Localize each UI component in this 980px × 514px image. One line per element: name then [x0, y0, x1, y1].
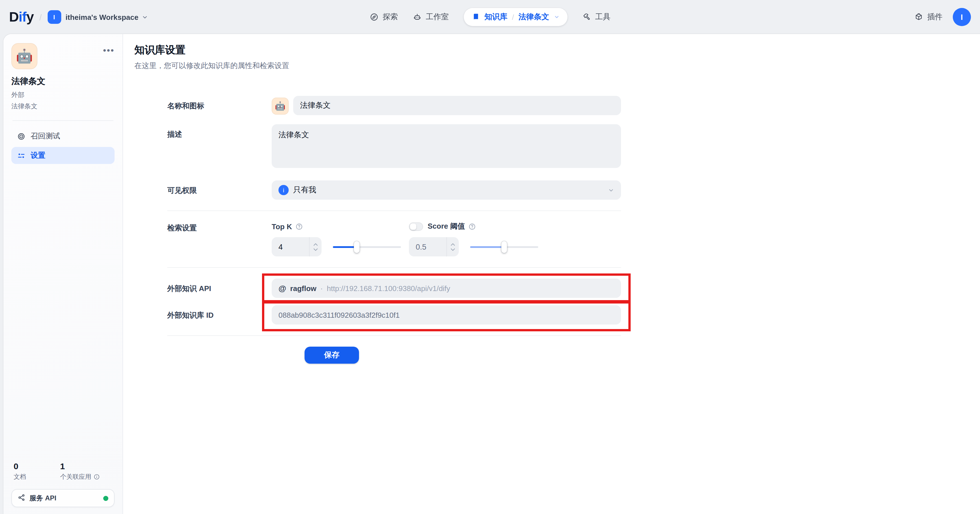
nav-studio[interactable]: 工作室: [413, 12, 449, 22]
row-external-id: 外部知识库 ID 088ab908c3c311f092603a3f2f9c10f…: [167, 305, 621, 325]
row-retrieval-settings: 检索设置 Top K 4: [167, 222, 621, 256]
service-api-label: 服务 API: [30, 493, 56, 503]
hammer-icon: [582, 13, 591, 22]
sidebar-item-retrieval-test[interactable]: 召回测试: [11, 128, 115, 145]
more-menu-button[interactable]: •••: [103, 48, 115, 53]
cube-icon: [914, 13, 923, 22]
chevron-down-icon[interactable]: [142, 14, 148, 20]
field-label: 外部知识 API: [167, 278, 272, 298]
topbar-separator: /: [40, 12, 42, 22]
toggle-knob: [410, 223, 416, 229]
nav-label: 探索: [383, 12, 398, 22]
form-divider: [167, 335, 621, 336]
row-name-and-icon: 名称和图标 🤖 法律条文: [167, 96, 621, 115]
score-threshold-slider[interactable]: [470, 246, 538, 248]
dataset-stats: 0 文档 1 个关联应用: [11, 461, 115, 481]
stat-linked-apps: 1 个关联应用: [60, 461, 107, 481]
dataset-sidebar: 🤖 ••• 法律条文 外部 法律条文 召回测试 设置 0 文档: [3, 34, 123, 514]
robot-icon: [413, 13, 422, 22]
api-provider: ragflow: [290, 284, 316, 293]
stat-value: 1: [60, 461, 107, 471]
nav-knowledge[interactable]: 知识库: [484, 12, 507, 22]
dify-logo[interactable]: Dify: [9, 9, 34, 25]
form-divider: [167, 267, 621, 268]
sidebar-header: 🤖 •••: [11, 43, 115, 69]
breadcrumb-current-dataset[interactable]: 法律条文: [519, 12, 549, 22]
book-icon: [471, 13, 480, 21]
nav-plugins[interactable]: 插件: [914, 12, 943, 22]
description-textarea[interactable]: 法律条文: [272, 124, 621, 168]
service-api-button[interactable]: 服务 API: [11, 489, 115, 507]
slider-fill: [333, 246, 357, 248]
row-visibility: 可见权限 i 只有我: [167, 180, 621, 200]
stat-documents: 0 文档: [14, 461, 60, 481]
field-label: 描述: [167, 124, 272, 168]
score-threshold-toggle[interactable]: [409, 222, 423, 231]
sidebar-item-settings[interactable]: 设置: [11, 147, 115, 164]
workspace-name[interactable]: itheima's Workspace: [65, 13, 138, 21]
app-root: Dify / I itheima's Workspace 探索 工作室 知识库 …: [0, 0, 980, 514]
slider-handle[interactable]: [501, 241, 507, 253]
score-threshold-input[interactable]: 0.5: [409, 237, 459, 256]
dataset-type-badge: 外部: [11, 91, 115, 99]
top-k-input[interactable]: 4: [272, 237, 321, 256]
topbar-right: 插件 I: [914, 8, 971, 26]
name-input[interactable]: 法律条文: [293, 96, 621, 115]
help-icon[interactable]: [468, 223, 476, 230]
dataset-icon[interactable]: 🤖: [11, 43, 37, 69]
sidebar-footer: 0 文档 1 个关联应用 服务 API: [11, 461, 115, 507]
form-divider: [167, 210, 621, 211]
slider-handle[interactable]: [354, 241, 360, 253]
workspace-avatar[interactable]: I: [47, 10, 61, 24]
page-title: 知识库设置: [134, 43, 980, 57]
top-k-group: Top K 4: [272, 222, 401, 256]
stepper-down-icon[interactable]: [450, 248, 455, 251]
top-k-label: Top K: [272, 222, 292, 231]
external-id-field[interactable]: 088ab908c3c311f092603a3f2f9c10f1: [272, 305, 621, 325]
field-label: 可见权限: [167, 180, 272, 200]
field-label: 外部知识库 ID: [167, 305, 272, 325]
score-threshold-value: 0.5: [409, 237, 446, 256]
chevron-down-icon: [608, 187, 614, 193]
score-threshold-label: Score 阈值: [428, 221, 465, 231]
breadcrumb-separator: /: [512, 13, 514, 21]
save-button[interactable]: 保存: [305, 347, 359, 364]
row-external-api: 外部知识 API @ ragflow · http://192.168.71.1…: [167, 278, 621, 298]
visibility-select[interactable]: i 只有我: [272, 180, 621, 200]
stepper-up-icon[interactable]: [450, 242, 455, 246]
api-icon: @: [278, 284, 286, 293]
adjustments-icon: [17, 151, 25, 160]
user-avatar[interactable]: I: [953, 8, 971, 26]
external-api-field[interactable]: @ ragflow · http://192.168.71.100:9380/a…: [272, 278, 621, 298]
compass-icon: [369, 13, 379, 22]
top-k-slider[interactable]: [333, 246, 401, 248]
nav-label: 插件: [927, 12, 943, 22]
help-icon[interactable]: [296, 223, 303, 230]
chevron-down-icon[interactable]: [554, 14, 560, 20]
info-icon: [94, 474, 100, 480]
stepper: [309, 237, 321, 256]
nav-knowledge-pill: 知识库 / 法律条文: [463, 8, 567, 26]
sidebar-divider: [13, 120, 113, 121]
nav-label: 工具: [595, 12, 611, 22]
logo-part: y: [26, 9, 34, 25]
nav-explore[interactable]: 探索: [369, 12, 398, 22]
nav-tools[interactable]: 工具: [582, 12, 611, 22]
target-icon: [17, 132, 25, 140]
stat-label: 个关联应用: [60, 473, 91, 481]
stat-value: 0: [14, 461, 60, 471]
settings-content: 知识库设置 在这里，您可以修改此知识库的属性和检索设置 名称和图标 🤖 法律条文…: [123, 34, 980, 514]
stepper-down-icon[interactable]: [313, 248, 318, 251]
sidebar-item-label: 召回测试: [30, 131, 60, 141]
page-subtitle: 在这里，您可以修改此知识库的属性和检索设置: [134, 61, 980, 71]
share-nodes-icon: [18, 493, 25, 503]
external-id-value: 088ab908c3c311f092603a3f2f9c10f1: [278, 310, 399, 319]
stepper-up-icon[interactable]: [313, 242, 318, 246]
stepper: [446, 237, 459, 256]
main-nav: 探索 工作室 知识库 / 法律条文 工具: [369, 0, 610, 34]
row-description: 描述 法律条文: [167, 124, 621, 168]
slider-fill: [470, 246, 504, 248]
dataset-title: 法律条文: [11, 76, 115, 87]
dataset-icon-picker[interactable]: 🤖: [272, 97, 289, 115]
logo-part: D: [9, 9, 19, 25]
